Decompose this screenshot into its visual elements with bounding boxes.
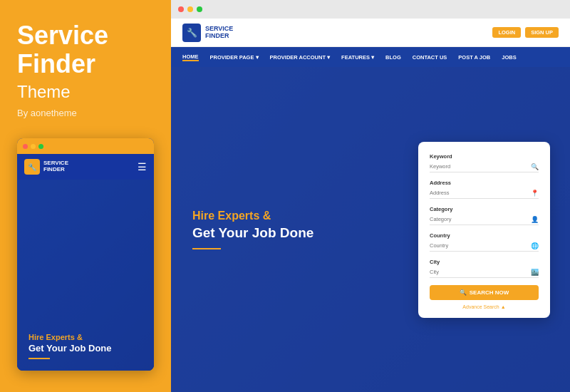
mobile-mockup: 🔧 SERVICE FINDER ☰ Hire Experts & Get Yo… [17, 138, 154, 371]
city-label: City [430, 259, 539, 265]
country-label: Country [430, 232, 539, 239]
hero-divider [192, 248, 221, 249]
website-logo-icon: 🔧 [182, 24, 201, 42]
website-logo-text: SERVICE FINDER [205, 26, 233, 40]
mobile-dot-yellow [31, 144, 36, 149]
login-button[interactable]: LOGIN [492, 27, 521, 38]
country-input[interactable] [430, 240, 539, 252]
hero-get-job: Get Your Job Done [192, 225, 397, 241]
category-icon: 👤 [531, 216, 539, 223]
app-title: Service Finder [17, 21, 154, 78]
hero-hire-text: Hire Experts & [192, 210, 397, 222]
mobile-divider [28, 358, 50, 359]
mobile-title-bar [17, 138, 154, 154]
desktop-dot-yellow [187, 6, 193, 12]
nav-item-provider-page[interactable]: PROVIDER PAGE ▾ [210, 54, 259, 61]
hero-left: Hire Experts & Get Your Job Done [171, 188, 418, 271]
mobile-hire-text: Hire Experts & [28, 333, 142, 341]
mobile-get-job: Get Your Job Done [28, 343, 142, 354]
category-label: Category [430, 206, 539, 212]
signup-button[interactable]: SIGN UP [525, 27, 559, 38]
desktop-mockup: 🔧 SERVICE FINDER LOGIN SIGN UP HOME PROV… [171, 0, 570, 392]
keyword-row: 🔍 [430, 161, 539, 172]
website-logo: 🔧 SERVICE FINDER [182, 24, 233, 42]
keyword-input[interactable] [430, 161, 539, 172]
app-author: By aonetheme [17, 108, 154, 118]
city-icon: 🏙️ [531, 269, 539, 276]
desktop-dot-red [178, 6, 184, 12]
search-icon: 🔍 [531, 163, 539, 170]
advance-search-link[interactable]: Advance Search ▲ [430, 304, 539, 309]
auth-buttons: LOGIN SIGN UP [492, 27, 559, 38]
globe-icon: 🌐 [531, 242, 539, 249]
search-card: Keyword 🔍 Address 📍 Category [418, 142, 550, 318]
search-keyword-field: Keyword 🔍 [430, 153, 539, 172]
address-label: Address [430, 180, 539, 186]
website-header: 🔧 SERVICE FINDER LOGIN SIGN UP [171, 19, 570, 47]
nav-item-features[interactable]: FEATURES ▾ [341, 54, 374, 61]
address-input[interactable] [430, 187, 539, 199]
hamburger-icon[interactable]: ☰ [138, 161, 147, 172]
city-row: 🏙️ [430, 267, 539, 278]
desktop-title-bar [171, 0, 570, 19]
search-category-field: Category 👤 [430, 206, 539, 225]
location-icon: 📍 [531, 190, 539, 197]
nav-item-blog[interactable]: BLOG [385, 54, 401, 61]
search-btn-icon: 🔍 [460, 289, 467, 296]
category-input[interactable] [430, 214, 539, 225]
nav-item-contact[interactable]: CONTACT US [413, 54, 447, 61]
search-country-field: Country 🌐 [430, 232, 539, 252]
right-panel: 🔧 SERVICE FINDER LOGIN SIGN UP HOME PROV… [171, 0, 570, 392]
app-subtitle: Theme [17, 82, 154, 102]
website-hero: Hire Experts & Get Your Job Done Keyword… [171, 67, 570, 392]
keyword-label: Keyword [430, 153, 539, 160]
mobile-dot-green [38, 144, 43, 149]
mobile-logo-text: SERVICE FINDER [43, 160, 68, 173]
nav-item-jobs[interactable]: JOBS [502, 54, 516, 61]
mobile-hero-content: Hire Experts & Get Your Job Done [28, 333, 142, 359]
nav-item-home[interactable]: HOME [182, 53, 199, 61]
website-nav: HOME PROVIDER PAGE ▾ PROVIDER ACCOUNT ▾ … [171, 47, 570, 67]
mobile-logo: 🔧 SERVICE FINDER [24, 159, 68, 175]
nav-item-provider-account[interactable]: PROVIDER ACCOUNT ▾ [270, 54, 331, 61]
mobile-dot-red [23, 144, 28, 149]
search-btn-label: SEARCH NOW [470, 289, 509, 296]
left-panel: Service Finder Theme By aonetheme 🔧 SERV… [0, 0, 171, 392]
city-input[interactable] [430, 267, 539, 278]
nav-item-post-job[interactable]: POST A JOB [458, 54, 490, 61]
search-now-button[interactable]: 🔍 SEARCH NOW [430, 285, 539, 300]
advance-chevron-icon: ▲ [501, 304, 506, 309]
mobile-hero: Hire Experts & Get Your Job Done [17, 180, 154, 371]
desktop-dot-green [197, 6, 202, 12]
address-row: 📍 [430, 187, 539, 199]
country-row: 🌐 [430, 240, 539, 252]
search-address-field: Address 📍 [430, 180, 539, 199]
mobile-logo-icon: 🔧 [24, 159, 40, 175]
category-row: 👤 [430, 214, 539, 225]
mobile-nav: 🔧 SERVICE FINDER ☰ [17, 154, 154, 180]
search-city-field: City 🏙️ [430, 259, 539, 278]
